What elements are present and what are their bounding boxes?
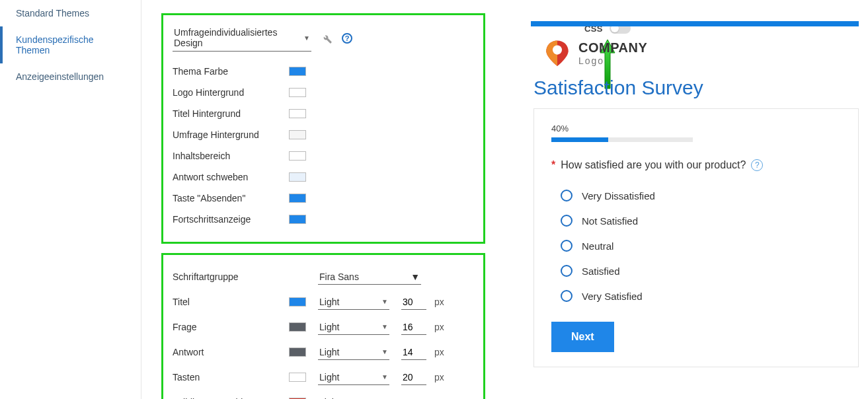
font-size-input[interactable] [401,395,426,400]
answer-label: Not Satisfied [582,215,638,227]
progress-fill [551,137,608,142]
color-row: Logo Hintergrund [173,82,471,103]
chevron-down-icon: ▼ [303,34,310,42]
color-swatch[interactable] [289,88,306,97]
color-row-label: Inhaltsbereich [173,151,289,161]
sidebar-item-custom-themes[interactable]: Kundenspezifische Themen [0,26,141,63]
radio-icon [561,190,572,201]
font-row-label: Frage [173,322,289,332]
font-row-label: Titel [173,297,289,307]
question-help-icon[interactable]: ? [751,159,763,171]
font-weight-dropdown[interactable]: Light▼ [318,320,389,335]
chevron-down-icon: ▼ [411,272,420,282]
answer-option[interactable]: Neutral [561,233,841,258]
font-color-swatch[interactable] [289,373,306,382]
font-row: AntwortLight▼px [173,340,471,365]
font-size-unit: px [434,297,444,307]
color-row: Titel Hintergrund [173,103,471,124]
color-row: Umfrage Hintergrund [173,124,471,145]
font-weight-dropdown[interactable]: Light▼ [318,370,389,385]
color-row: Inhaltsbereich [173,145,471,166]
required-asterisk: * [551,159,555,171]
font-size-unit: px [434,372,444,382]
answer-option[interactable]: Very Satisfied [561,283,841,308]
next-button[interactable]: Next [551,322,614,352]
design-type-dropdown[interactable]: Umfrageindividualisiertes Design ▼ [173,24,311,52]
font-color-swatch[interactable] [289,297,306,307]
chevron-down-icon: ▼ [381,348,388,355]
progress-label: 40% [551,124,841,133]
font-weight-value: Light [319,397,339,400]
color-row: Fortschrittsanzeige [173,209,471,230]
color-swatch[interactable] [289,215,306,224]
answer-label: Satisfied [582,266,620,277]
logo-text-sub: Logo [578,55,647,66]
design-panel: CSS Umfrageindividualisiertes Design ▼ [141,0,531,399]
font-row: TastenLight▼px [173,365,471,390]
preview-top-bar [531,21,859,26]
font-row-label: Antwort [173,347,289,357]
color-swatch[interactable] [289,194,306,203]
chevron-down-icon: ▼ [381,373,388,381]
font-size-input[interactable] [401,345,426,360]
color-row-label: Titel Hintergrund [173,108,289,119]
logo-text-main: COMPANY [578,40,647,55]
chevron-down-icon: ▼ [381,323,388,330]
font-family-value: Fira Sans [319,272,359,282]
font-weight-dropdown[interactable]: Light▼ [318,295,389,310]
radio-icon [561,265,572,277]
font-size-input[interactable] [401,370,426,385]
svg-point-0 [553,46,562,55]
color-swatch[interactable] [289,67,306,76]
radio-icon [561,290,572,302]
logo-icon [543,38,572,67]
sidebar-item-standard-themes[interactable]: Standard Themes [0,0,141,26]
color-row-label: Fortschrittsanzeige [173,214,289,225]
font-row-label: Tasten [173,372,289,382]
survey-title: Satisfaction Survey [531,77,859,99]
font-size-unit: px [434,347,444,357]
help-icon[interactable]: ? [342,33,352,44]
color-swatch[interactable] [289,172,306,182]
color-swatch[interactable] [289,130,306,139]
design-type-label: Umfrageindividualisiertes Design [174,27,303,48]
font-family-dropdown[interactable]: Fira Sans ▼ [318,270,421,285]
color-swatch[interactable] [289,109,306,118]
color-row-label: Taste "Absenden" [173,193,289,203]
answer-label: Very Satisfied [582,291,643,302]
answer-option[interactable]: Very Dissatisfied [561,183,841,208]
color-settings-panel: Umfrageindividualisiertes Design ▼ ? The… [161,13,485,244]
progress-bar [551,137,693,142]
color-row: Antwort schweben [173,166,471,188]
font-weight-value: Light [319,347,339,357]
font-row: TitelLight▼px [173,289,471,314]
color-row-label: Thema Farbe [173,66,289,77]
font-row: ValidierungsmeldungLight▼px [173,390,471,399]
color-row: Taste "Absenden" [173,188,471,209]
logo: COMPANY Logo [531,38,859,67]
font-color-swatch[interactable] [289,347,306,357]
font-size-input[interactable] [401,320,426,335]
sidebar: Standard Themes Kundenspezifische Themen… [0,0,141,399]
color-row-label: Logo Hintergrund [173,87,289,98]
color-row: Thema Farbe [173,61,471,82]
font-size-unit: px [434,322,444,332]
answer-label: Neutral [582,240,613,252]
font-settings-panel: Schriftartgruppe Fira Sans ▼ TitelLight▼… [161,253,485,399]
color-row-label: Umfrage Hintergrund [173,129,289,140]
font-size-input[interactable] [401,295,426,310]
answer-option[interactable]: Not Satisfied [561,208,841,233]
radio-icon [561,215,572,227]
survey-preview: COMPANY Logo Satisfaction Survey 40% * H… [531,0,868,399]
font-weight-value: Light [319,297,339,307]
font-color-swatch[interactable] [289,322,306,332]
font-family-row-label: Schriftartgruppe [173,272,289,282]
question-text: How satisfied are you with our product? [561,159,746,171]
answer-option[interactable]: Satisfied [561,258,841,283]
font-weight-dropdown[interactable]: Light▼ [318,395,389,400]
font-weight-dropdown[interactable]: Light▼ [318,345,389,360]
wrench-icon[interactable] [321,32,333,44]
color-swatch[interactable] [289,151,306,161]
font-weight-value: Light [319,322,339,332]
sidebar-item-display-settings[interactable]: Anzeigeeinstellungen [0,63,141,90]
